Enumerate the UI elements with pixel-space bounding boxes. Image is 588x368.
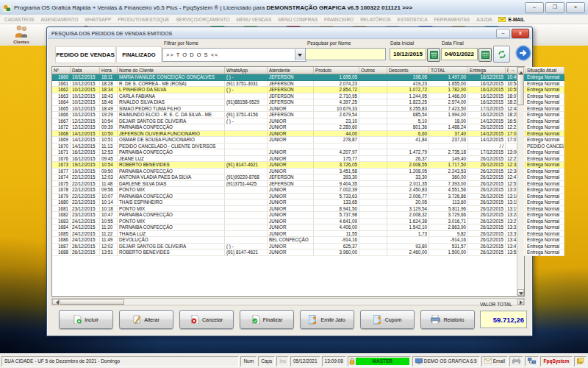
date-start-calendar-button[interactable] xyxy=(427,48,440,62)
table-row[interactable]: 166814/12/201510:50JEFERSON OLIVEIRA FUN… xyxy=(52,130,564,137)
date-end-input[interactable] xyxy=(441,48,478,60)
emitir-jato-button[interactable]: Emitir Jato xyxy=(300,310,354,329)
table-row[interactable]: 168726/12/201512:02DEJAIR SANTOS DE OLIV… xyxy=(52,243,564,250)
menu-item-menu-vendas[interactable]: MENU VENDAS xyxy=(237,17,272,22)
cancelar-button[interactable]: Cancelar xyxy=(179,310,234,329)
toolbar-clientes-button[interactable]: Clientes xyxy=(9,25,34,44)
menu-item-estatistica[interactable]: ESTATISTICA xyxy=(398,17,428,22)
scroll-left-icon[interactable] xyxy=(52,299,59,305)
table-row[interactable]: 167522/12/201511:48DARLENE SILVA DIAS(91… xyxy=(52,180,564,187)
relatorio-button[interactable]: Relatório xyxy=(420,310,475,329)
chevron-down-icon[interactable] xyxy=(295,49,305,60)
horizontal-scrollbar[interactable] xyxy=(51,298,525,305)
table-row[interactable]: 168123/12/201510:18PONTO MIXJUNIOR8.941,… xyxy=(52,205,564,212)
vertical-scroll-thumb[interactable] xyxy=(517,74,524,105)
table-row[interactable]: 167922/12/201510:07PARNAIBA CONFECÇÃOJUN… xyxy=(52,193,564,199)
date-end-calendar-button[interactable] xyxy=(478,48,492,62)
incluir-button[interactable]: Incluir xyxy=(59,310,113,329)
table-row[interactable]: 166510/12/201518:49SIMAO PEDRO TUMA FILH… xyxy=(52,105,564,112)
horizontal-scroll-thumb[interactable] xyxy=(60,299,124,305)
cell-total: 1.717,50 xyxy=(429,162,468,169)
alterar-button[interactable]: Alterar xyxy=(119,310,173,329)
finalizar-button[interactable]: Finalizar xyxy=(240,310,294,329)
menu-item-financeiro[interactable]: FINANCEIRO xyxy=(324,17,354,22)
table-row[interactable]: 168624/12/201511:49DEVOLUÇÃOBEL CONFECÇÃ… xyxy=(52,237,564,244)
cupom-button[interactable]: Cupom xyxy=(360,310,415,329)
window-titlebar: Programa OS Gráfica Rápida + Vendas & Fi… xyxy=(0,0,588,15)
table-row[interactable]: 168223/12/201510:47PARNAIBA CONFECÇÃOJUN… xyxy=(52,212,564,219)
minimize-button[interactable]: – xyxy=(525,2,544,13)
table-row[interactable]: 167319/12/201510:54ROBERTO BENEVIDES(91)… xyxy=(52,162,564,169)
table-row[interactable]: 168022/12/201510:14THAIS ESPINHEIROJUNIO… xyxy=(52,199,564,206)
col-header-desconto[interactable]: Desconto xyxy=(387,67,429,74)
cell-cliente: THAISA LUZ xyxy=(118,230,225,237)
col-header-cliente[interactable]: Nome do Cliente xyxy=(118,67,225,74)
table-row[interactable]: 167422/12/201512:03ANTONIA VLADIA PAES D… xyxy=(52,174,564,181)
table-row[interactable]: 168524/12/201511:22THAISA LUZJUNIOR11,55… xyxy=(52,230,564,237)
table-row[interactable]: 166110/12/201518:28R. DE S. CORREA - ME … xyxy=(52,80,564,87)
table-row[interactable]: 167116/12/201512:53PARNAIBA CONFECÇÃOJUN… xyxy=(52,149,564,156)
menu-item-relat-rios[interactable]: RELATÓRIOS xyxy=(360,17,390,22)
close-button[interactable]: × xyxy=(566,2,585,13)
menu-item-email[interactable]: E-MAIL xyxy=(498,17,524,22)
table-row[interactable]: 166210/12/201518:34L PINHEIRO DA SILVA( … xyxy=(52,87,564,93)
col-header-num[interactable]: Nº xyxy=(52,67,71,74)
table-row[interactable]: 167014/12/201511:13PEDIDO CANCELADO - CL… xyxy=(52,143,564,149)
refresh-button[interactable] xyxy=(493,46,510,63)
menu-item-ajuda[interactable]: AJUDA xyxy=(476,17,492,22)
dialog-minimize-button[interactable]: – xyxy=(496,29,510,38)
table-row[interactable]: 168826/12/201513:51ROBERTO BENEVIDES(91)… xyxy=(52,250,564,256)
table-row[interactable]: 166712/12/201510:54DEJAIR SANTOS DE OLIV… xyxy=(52,118,564,124)
cell-data: 22/12/2015 xyxy=(71,199,100,206)
col-header-situacao[interactable]: Situação Atual xyxy=(526,67,564,74)
col-header-atendente[interactable]: Atendente xyxy=(268,67,314,74)
cell-hora: 18:46 xyxy=(100,99,118,106)
maximize-button[interactable]: ❒ xyxy=(545,2,564,13)
table-row[interactable]: 166914/12/201510:51OSMAR DE SOUSA FUNCIO… xyxy=(52,137,564,144)
col-header-produto[interactable]: Produto xyxy=(314,67,359,74)
execute-search-button[interactable] xyxy=(515,45,531,61)
table-row[interactable]: 166010/12/201518:11MARIA IVANILDE CONCEI… xyxy=(52,74,564,81)
menu-item-agendamento[interactable]: AGENDAMENTO xyxy=(40,17,78,22)
table-row[interactable]: 166410/12/201518:46RIVALDO SILVA DIAS(91… xyxy=(52,99,564,106)
vertical-scrollbar[interactable] xyxy=(517,67,524,296)
filter-by-name-combo[interactable]: >> T O D O S << xyxy=(162,48,306,62)
cell-hora: 11:49 xyxy=(100,237,118,244)
search-input[interactable] xyxy=(305,48,386,60)
table-row[interactable]: 167719/12/201509:50PARNAIBA CONFECÇÃOJUN… xyxy=(52,168,564,174)
cell-outros xyxy=(359,80,387,87)
cell-whatsapp xyxy=(225,199,268,206)
cell-entrega: 26/12/2015 xyxy=(468,155,506,162)
cell-cliente: DEVOLUÇÃO xyxy=(118,237,225,244)
menu-item-whatsapp[interactable]: WHATSAPP xyxy=(85,17,111,22)
table-row[interactable]: 166310/12/201518:43CARLA FABIANAJEFERSON… xyxy=(52,93,564,99)
table-row[interactable]: 168324/12/201510:55PONTO MIXJUNIOR4.641,… xyxy=(52,218,564,224)
cell-data: 23/12/2015 xyxy=(71,205,100,212)
status-printer-button[interactable] xyxy=(509,356,523,367)
table-row[interactable]: 167212/12/201509:39PARNAIBA CONFECÇÃOJUN… xyxy=(52,124,564,131)
status-email-button[interactable]: Email xyxy=(481,356,508,367)
menu-item-menu-compras[interactable]: MENU COMPRAS xyxy=(278,17,318,22)
cell-hora: 18:49 xyxy=(100,105,118,112)
menu-item-cadastros[interactable]: CADASTROS xyxy=(4,17,34,22)
scroll-down-icon[interactable] xyxy=(517,289,524,296)
menu-item-ferramentas[interactable]: FERRAMENTAS xyxy=(434,17,470,22)
table-row[interactable]: 167616/12/201509:45JEANE LUZJUNIOR175,77… xyxy=(52,155,564,162)
col-header-hora[interactable]: Hora xyxy=(100,67,118,74)
col-header-entrega[interactable]: Entrega xyxy=(468,67,506,74)
col-header-data[interactable]: Data xyxy=(71,67,100,74)
menu-item-servi-o-or-amento[interactable]: SERVIÇO/ORÇAMENTO xyxy=(176,17,229,22)
table-row[interactable]: 168424/12/201511:20PARNAIBA CONFECÇÃOJUN… xyxy=(52,224,564,231)
col-header-total[interactable]: TOTAL xyxy=(429,67,468,74)
table-row[interactable]: 166610/12/201519:29RAIMUNDO ELCIO - R. E… xyxy=(52,112,564,118)
date-start-input[interactable] xyxy=(390,48,426,60)
order-status-label: FINALIZADO xyxy=(116,46,162,63)
col-header-outros[interactable]: Outros xyxy=(359,67,387,74)
status-network-button[interactable] xyxy=(525,356,539,367)
dialog-close-button[interactable]: x xyxy=(512,29,529,38)
table-row[interactable]: 167822/12/201509:56PONTO MIXJUNIOR7.002,… xyxy=(52,187,564,194)
status-system-icon[interactable] xyxy=(574,356,587,367)
menu-item-produtos-estoque[interactable]: PRODUTOS/ESTOQUE xyxy=(118,17,169,22)
scroll-up-icon[interactable] xyxy=(517,67,524,74)
col-header-whatsapp[interactable]: WhatsApp xyxy=(225,67,268,74)
